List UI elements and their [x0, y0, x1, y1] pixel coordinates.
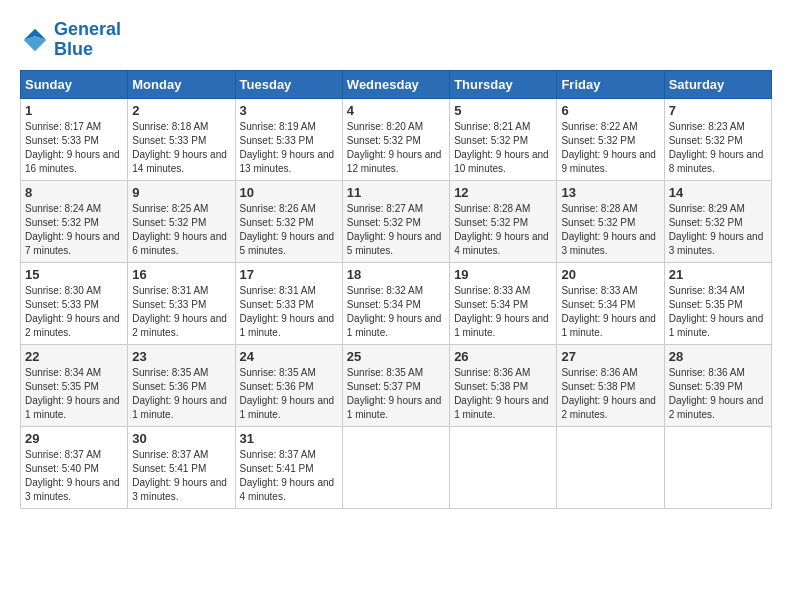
day-number: 10	[240, 185, 338, 200]
day-info: Sunrise: 8:36 AMSunset: 5:38 PMDaylight:…	[561, 366, 659, 422]
calendar-cell: 2 Sunrise: 8:18 AMSunset: 5:33 PMDayligh…	[128, 98, 235, 180]
day-info: Sunrise: 8:28 AMSunset: 5:32 PMDaylight:…	[561, 202, 659, 258]
day-number: 6	[561, 103, 659, 118]
day-info: Sunrise: 8:37 AMSunset: 5:41 PMDaylight:…	[132, 448, 230, 504]
calendar-week-3: 15 Sunrise: 8:30 AMSunset: 5:33 PMDaylig…	[21, 262, 772, 344]
day-number: 11	[347, 185, 445, 200]
day-info: Sunrise: 8:18 AMSunset: 5:33 PMDaylight:…	[132, 120, 230, 176]
day-number: 3	[240, 103, 338, 118]
calendar-cell: 13 Sunrise: 8:28 AMSunset: 5:32 PMDaylig…	[557, 180, 664, 262]
calendar-cell	[664, 426, 771, 508]
calendar-cell: 27 Sunrise: 8:36 AMSunset: 5:38 PMDaylig…	[557, 344, 664, 426]
day-number: 20	[561, 267, 659, 282]
calendar-cell: 25 Sunrise: 8:35 AMSunset: 5:37 PMDaylig…	[342, 344, 449, 426]
day-info: Sunrise: 8:30 AMSunset: 5:33 PMDaylight:…	[25, 284, 123, 340]
day-number: 19	[454, 267, 552, 282]
day-number: 21	[669, 267, 767, 282]
day-number: 4	[347, 103, 445, 118]
calendar-cell: 18 Sunrise: 8:32 AMSunset: 5:34 PMDaylig…	[342, 262, 449, 344]
day-info: Sunrise: 8:34 AMSunset: 5:35 PMDaylight:…	[669, 284, 767, 340]
day-number: 18	[347, 267, 445, 282]
calendar-cell: 16 Sunrise: 8:31 AMSunset: 5:33 PMDaylig…	[128, 262, 235, 344]
day-number: 13	[561, 185, 659, 200]
day-info: Sunrise: 8:28 AMSunset: 5:32 PMDaylight:…	[454, 202, 552, 258]
day-number: 9	[132, 185, 230, 200]
col-header-sunday: Sunday	[21, 70, 128, 98]
calendar-cell: 8 Sunrise: 8:24 AMSunset: 5:32 PMDayligh…	[21, 180, 128, 262]
day-number: 24	[240, 349, 338, 364]
day-number: 16	[132, 267, 230, 282]
calendar-cell	[342, 426, 449, 508]
calendar-cell: 21 Sunrise: 8:34 AMSunset: 5:35 PMDaylig…	[664, 262, 771, 344]
calendar-cell	[557, 426, 664, 508]
calendar-cell: 7 Sunrise: 8:23 AMSunset: 5:32 PMDayligh…	[664, 98, 771, 180]
day-number: 5	[454, 103, 552, 118]
day-number: 1	[25, 103, 123, 118]
day-info: Sunrise: 8:19 AMSunset: 5:33 PMDaylight:…	[240, 120, 338, 176]
day-info: Sunrise: 8:25 AMSunset: 5:32 PMDaylight:…	[132, 202, 230, 258]
calendar-cell: 31 Sunrise: 8:37 AMSunset: 5:41 PMDaylig…	[235, 426, 342, 508]
day-info: Sunrise: 8:34 AMSunset: 5:35 PMDaylight:…	[25, 366, 123, 422]
day-number: 27	[561, 349, 659, 364]
calendar-cell: 11 Sunrise: 8:27 AMSunset: 5:32 PMDaylig…	[342, 180, 449, 262]
col-header-friday: Friday	[557, 70, 664, 98]
day-info: Sunrise: 8:17 AMSunset: 5:33 PMDaylight:…	[25, 120, 123, 176]
calendar-cell	[450, 426, 557, 508]
calendar-cell: 6 Sunrise: 8:22 AMSunset: 5:32 PMDayligh…	[557, 98, 664, 180]
calendar-cell: 22 Sunrise: 8:34 AMSunset: 5:35 PMDaylig…	[21, 344, 128, 426]
day-number: 23	[132, 349, 230, 364]
day-number: 17	[240, 267, 338, 282]
day-number: 28	[669, 349, 767, 364]
day-info: Sunrise: 8:31 AMSunset: 5:33 PMDaylight:…	[240, 284, 338, 340]
day-number: 7	[669, 103, 767, 118]
logo: General Blue	[20, 20, 121, 60]
calendar-cell: 23 Sunrise: 8:35 AMSunset: 5:36 PMDaylig…	[128, 344, 235, 426]
day-info: Sunrise: 8:37 AMSunset: 5:40 PMDaylight:…	[25, 448, 123, 504]
day-number: 14	[669, 185, 767, 200]
calendar-cell: 29 Sunrise: 8:37 AMSunset: 5:40 PMDaylig…	[21, 426, 128, 508]
calendar-week-2: 8 Sunrise: 8:24 AMSunset: 5:32 PMDayligh…	[21, 180, 772, 262]
calendar-week-4: 22 Sunrise: 8:34 AMSunset: 5:35 PMDaylig…	[21, 344, 772, 426]
day-info: Sunrise: 8:20 AMSunset: 5:32 PMDaylight:…	[347, 120, 445, 176]
calendar-cell: 28 Sunrise: 8:36 AMSunset: 5:39 PMDaylig…	[664, 344, 771, 426]
day-number: 2	[132, 103, 230, 118]
day-info: Sunrise: 8:35 AMSunset: 5:36 PMDaylight:…	[132, 366, 230, 422]
calendar-cell: 26 Sunrise: 8:36 AMSunset: 5:38 PMDaylig…	[450, 344, 557, 426]
day-number: 26	[454, 349, 552, 364]
day-info: Sunrise: 8:36 AMSunset: 5:38 PMDaylight:…	[454, 366, 552, 422]
calendar-header-row: SundayMondayTuesdayWednesdayThursdayFrid…	[21, 70, 772, 98]
day-number: 29	[25, 431, 123, 446]
day-info: Sunrise: 8:26 AMSunset: 5:32 PMDaylight:…	[240, 202, 338, 258]
calendar-cell: 3 Sunrise: 8:19 AMSunset: 5:33 PMDayligh…	[235, 98, 342, 180]
logo-text: General Blue	[54, 20, 121, 60]
day-info: Sunrise: 8:37 AMSunset: 5:41 PMDaylight:…	[240, 448, 338, 504]
calendar-cell: 15 Sunrise: 8:30 AMSunset: 5:33 PMDaylig…	[21, 262, 128, 344]
day-info: Sunrise: 8:35 AMSunset: 5:36 PMDaylight:…	[240, 366, 338, 422]
calendar-cell: 20 Sunrise: 8:33 AMSunset: 5:34 PMDaylig…	[557, 262, 664, 344]
day-info: Sunrise: 8:35 AMSunset: 5:37 PMDaylight:…	[347, 366, 445, 422]
day-info: Sunrise: 8:27 AMSunset: 5:32 PMDaylight:…	[347, 202, 445, 258]
calendar-week-1: 1 Sunrise: 8:17 AMSunset: 5:33 PMDayligh…	[21, 98, 772, 180]
calendar-cell: 10 Sunrise: 8:26 AMSunset: 5:32 PMDaylig…	[235, 180, 342, 262]
day-number: 31	[240, 431, 338, 446]
day-info: Sunrise: 8:33 AMSunset: 5:34 PMDaylight:…	[561, 284, 659, 340]
col-header-thursday: Thursday	[450, 70, 557, 98]
day-number: 30	[132, 431, 230, 446]
day-number: 8	[25, 185, 123, 200]
col-header-tuesday: Tuesday	[235, 70, 342, 98]
calendar-cell: 4 Sunrise: 8:20 AMSunset: 5:32 PMDayligh…	[342, 98, 449, 180]
calendar-cell: 1 Sunrise: 8:17 AMSunset: 5:33 PMDayligh…	[21, 98, 128, 180]
day-info: Sunrise: 8:29 AMSunset: 5:32 PMDaylight:…	[669, 202, 767, 258]
day-info: Sunrise: 8:33 AMSunset: 5:34 PMDaylight:…	[454, 284, 552, 340]
day-info: Sunrise: 8:24 AMSunset: 5:32 PMDaylight:…	[25, 202, 123, 258]
day-info: Sunrise: 8:36 AMSunset: 5:39 PMDaylight:…	[669, 366, 767, 422]
day-number: 22	[25, 349, 123, 364]
calendar-cell: 30 Sunrise: 8:37 AMSunset: 5:41 PMDaylig…	[128, 426, 235, 508]
calendar-cell: 19 Sunrise: 8:33 AMSunset: 5:34 PMDaylig…	[450, 262, 557, 344]
calendar-week-5: 29 Sunrise: 8:37 AMSunset: 5:40 PMDaylig…	[21, 426, 772, 508]
calendar-cell: 12 Sunrise: 8:28 AMSunset: 5:32 PMDaylig…	[450, 180, 557, 262]
page-header: General Blue	[20, 20, 772, 60]
day-info: Sunrise: 8:23 AMSunset: 5:32 PMDaylight:…	[669, 120, 767, 176]
day-info: Sunrise: 8:22 AMSunset: 5:32 PMDaylight:…	[561, 120, 659, 176]
day-number: 25	[347, 349, 445, 364]
